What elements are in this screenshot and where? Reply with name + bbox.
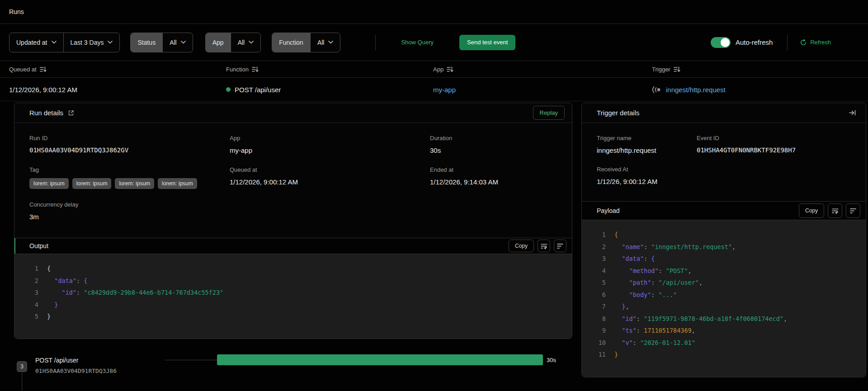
code-line: 3 "id": "c8429dd9-29b8-44e6-b714-767d34c… [29,287,572,299]
payload-title: Payload [597,207,620,214]
column-header-queued-at[interactable]: Queued at [9,61,47,78]
function-filter[interactable]: Function All [272,33,340,52]
code-line: 11} [597,349,866,361]
payload-code-viewer: 1{2 "name": "inngest/http.request",3 "da… [582,220,866,377]
column-header-function[interactable]: Function [226,61,259,78]
timeline-duration-bar[interactable] [217,354,543,365]
refresh-button[interactable]: Refresh [800,39,831,46]
event-trigger-icon [652,86,662,93]
chevron-down-icon [328,41,333,44]
code-line: 5} [29,311,572,323]
runs-table-header: Queued at Function App Trigger [0,61,868,78]
output-title: Output [29,242,48,250]
page-title: Runs [9,8,24,15]
line-number: 11 [597,349,606,361]
code-line: 1{ [597,229,866,241]
copy-button[interactable]: Copy [799,203,824,218]
show-query-link[interactable]: Show Query [401,39,434,46]
code-line: 4 "method": "POST", [597,265,866,277]
refresh-icon [800,39,807,46]
sort-icon [252,66,259,72]
timeline-run-id: 01HS0AA03V04D91RTDQ3J86 [35,367,117,374]
chevron-down-icon [249,41,254,44]
line-number: 1 [597,229,606,241]
filter-divider [375,35,376,50]
cell-trigger: inngest/http.request [652,78,726,101]
code-token: : [659,267,666,274]
copy-button[interactable]: Copy [509,240,534,252]
word-wrap-icon[interactable] [828,203,842,218]
line-number: 4 [29,299,38,311]
timeline-duration-label: 30s [547,357,556,363]
code-token: : [637,327,644,334]
field-received-at: Received At 1/12/26, 9:00:12 AM [597,166,851,185]
function-filter-value[interactable]: All [310,33,340,52]
time-filter: Updated at Last 3 Days [9,33,120,52]
word-wrap-icon[interactable] [538,240,550,252]
code-line: 10 "v": "2026-01-12.01" [597,337,866,349]
code-token: : [76,277,84,284]
code-token: "body" [614,291,651,298]
top-bar: Runs [0,0,868,24]
payload-section: Payload Copy 1{2 "name": "inngest/http.r… [582,201,866,377]
code-token: "name" [614,243,644,250]
timeline-function-name: POST /api/user [35,357,78,364]
code-token: "id" [614,315,637,322]
format-align-icon[interactable] [846,203,860,218]
status-filter[interactable]: Status All [130,33,193,52]
chevron-down-icon [108,41,113,44]
run-details-fields: Run ID 01HS0AA03V04D91RTDQ3J862GV App my… [14,123,572,221]
send-test-event-button[interactable]: Send test event [459,35,515,50]
time-range-dropdown[interactable]: Last 3 Days [63,33,120,52]
output-code-viewer: 1{2 "data": {3 "id": "c8429dd9-29b8-44e6… [14,254,572,339]
replay-button[interactable]: Replay [533,106,565,120]
field-event-id: Event ID 01HSHA4GT0FN0NRBKTF92E98H7 [697,135,851,154]
trigger-details-header: Trigger details [582,103,866,123]
code-token: } [47,313,51,320]
app-link[interactable]: my-app [433,86,456,94]
trigger-link[interactable]: inngest/http.request [666,86,726,94]
code-token: } [47,301,58,308]
code-line: 8 "id": "119f5971-9878-46bd-a18f-4f06801… [597,313,866,325]
payload-header: Payload Copy [582,201,866,220]
sort-icon [674,66,680,72]
auto-refresh-toggle[interactable] [711,37,731,48]
status-filter-value[interactable]: All [162,33,193,52]
time-field-dropdown[interactable]: Updated at [9,33,63,52]
code-line: 1{ [29,263,572,275]
tag-badge: lorem: ipsum [158,178,197,189]
trigger-details-panel: Trigger details Trigger name inngest/htt… [581,103,866,377]
run-details-panel: Run details Replay Run ID 01HS0AA03V04D9… [14,103,572,339]
trigger-details-title: Trigger details [597,109,639,117]
collapse-panel-icon[interactable] [846,110,859,116]
app-filter-value[interactable]: All [231,33,261,52]
format-align-icon[interactable] [554,240,566,252]
run-table-row[interactable]: 1/12/2026, 9:00:12 AM POST /api/user my-… [0,78,868,101]
field-tag: Tag lorem: ipsumlorem: ipsumlorem: ipsum… [29,166,230,189]
timeline-connector-line [22,372,22,391]
app-filter[interactable]: App All [205,33,261,52]
app-link[interactable]: my-app [230,146,430,154]
code-token: "..." [659,291,677,298]
column-header-trigger[interactable]: Trigger [652,61,680,78]
code-token: "data" [47,277,76,284]
code-token: , [732,243,736,250]
step-count-badge[interactable]: 3 [17,361,27,372]
code-token: 1711051784369 [644,327,692,334]
filter-divider [787,35,788,50]
external-link-icon[interactable] [68,110,74,116]
code-line: 9 "ts": 1711051784369, [597,325,866,337]
code-token: "c8429dd9-29b8-44e6-b714-767d34c55f23" [84,289,223,296]
run-details-title: Run details [29,109,63,117]
code-token: "method" [614,267,659,274]
tag-badge: lorem: ipsum [115,178,154,189]
cell-function: POST /api/user [226,78,281,101]
column-header-app[interactable]: App [433,61,453,78]
code-token: : [637,315,644,322]
line-number: 5 [597,277,606,289]
code-token: : [76,289,84,296]
tag-badge: lorem: ipsum [29,178,69,189]
toggle-knob [721,38,730,47]
line-number: 8 [597,313,606,325]
code-token: : [651,291,658,298]
